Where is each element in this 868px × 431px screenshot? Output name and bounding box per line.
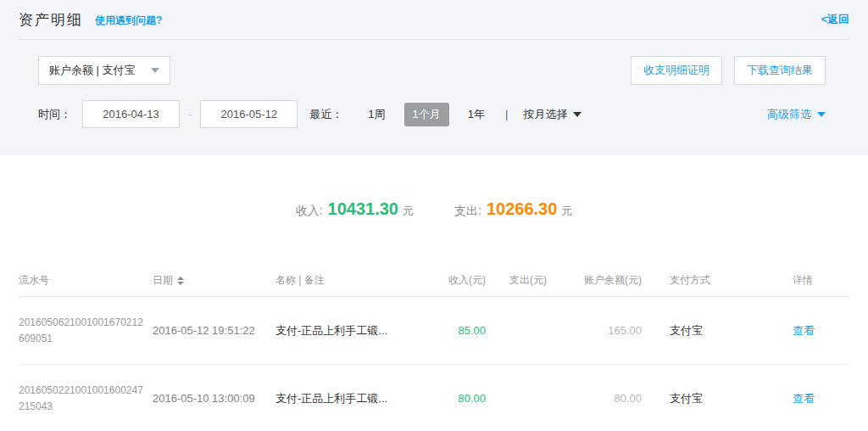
income-amount: 85.00: [433, 324, 486, 337]
account-select[interactable]: 账户余额 | 支付宝: [38, 56, 170, 85]
back-link[interactable]: <返回: [821, 12, 849, 27]
view-detail-link[interactable]: 查看: [793, 323, 849, 339]
income-summary: 收入: 10431.30 元: [296, 199, 414, 219]
month-select-dropdown[interactable]: 按月选择: [523, 107, 581, 122]
download-results-button[interactable]: 下载查询结果: [734, 56, 826, 85]
date-to-input[interactable]: [200, 100, 298, 128]
balance-amount: 165.00: [547, 324, 642, 337]
serial-number: 2016050621001001670212609051: [19, 315, 144, 347]
sort-icon: [177, 277, 184, 285]
options-separator: |: [505, 108, 508, 120]
filter-panel: 资产明细 使用遇到问题? <返回 账户余额 | 支付宝 收支明细证明 下载查询结…: [0, 0, 868, 155]
chevron-down-icon: [817, 112, 826, 117]
summary-bar: 收入: 10431.30 元 支出: 10266.30 元: [0, 155, 868, 219]
expense-label: 支出:: [454, 204, 481, 219]
income-label: 收入:: [296, 204, 323, 219]
account-select-value: 账户余额 | 支付宝: [49, 63, 136, 78]
expense-total: 10266.30: [487, 199, 557, 219]
expense-unit: 元: [561, 204, 572, 219]
table-row: 2016050221001001600247215043 2016-05-10 …: [19, 365, 849, 431]
col-header-date-label: 日期: [153, 273, 173, 288]
time-filter-row: 时间： - 最近： 1周 1个月 1年 | 按月选择 高级筛选: [38, 100, 826, 128]
recent-option-1month[interactable]: 1个月: [404, 103, 449, 126]
page-title: 资产明细: [19, 10, 83, 30]
help-link[interactable]: 使用遇到问题?: [95, 14, 162, 28]
chevron-down-icon: [573, 112, 581, 117]
col-header-expense: 支出(元): [486, 273, 547, 288]
col-header-serial: 流水号: [19, 273, 153, 288]
col-header-date[interactable]: 日期: [153, 273, 275, 288]
date-range-dash: -: [188, 108, 192, 120]
transaction-name: 支付-正品上利手工锻...: [275, 323, 433, 339]
view-detail-link[interactable]: 查看: [793, 391, 849, 406]
transactions-table: 流水号 日期 名称 | 备注 收入(元) 支出(元) 账户余额(元) 支付方式 …: [19, 265, 849, 431]
chevron-down-icon: [151, 68, 159, 73]
income-unit: 元: [403, 204, 414, 219]
col-header-balance: 账户余额(元): [547, 273, 642, 288]
income-amount: 80.00: [433, 392, 486, 405]
col-header-income: 收入(元): [433, 273, 486, 288]
advanced-filter-toggle[interactable]: 高级筛选: [767, 107, 826, 122]
income-total: 10431.30: [328, 199, 398, 219]
page-header: 资产明细 使用遇到问题? <返回: [19, 0, 849, 40]
advanced-filter-label: 高级筛选: [767, 107, 811, 122]
table-row: 2016050621001001670212609051 2016-05-12 …: [19, 297, 849, 365]
month-select-label: 按月选择: [523, 107, 567, 122]
payment-method: 支付宝: [642, 391, 793, 406]
col-header-method: 支付方式: [642, 273, 793, 288]
recent-option-1week[interactable]: 1周: [359, 103, 393, 126]
balance-amount: 80.00: [547, 392, 642, 405]
expense-summary: 支出: 10266.30 元: [454, 199, 572, 219]
payment-method: 支付宝: [642, 323, 793, 339]
transaction-date: 2016-05-12 19:51:22: [153, 324, 275, 337]
time-label: 时间：: [38, 107, 71, 122]
recent-label: 最近：: [309, 107, 342, 122]
col-header-name: 名称 | 备注: [275, 273, 433, 288]
account-filter-row: 账户余额 | 支付宝 收支明细证明 下载查询结果: [38, 56, 826, 85]
statement-certificate-button[interactable]: 收支明细证明: [631, 56, 722, 85]
serial-number: 2016050221001001600247215043: [19, 383, 144, 415]
date-from-input[interactable]: [82, 100, 180, 128]
table-header-row: 流水号 日期 名称 | 备注 收入(元) 支出(元) 账户余额(元) 支付方式 …: [19, 265, 849, 297]
recent-option-1year[interactable]: 1年: [459, 103, 493, 126]
transaction-date: 2016-05-10 13:00:09: [153, 392, 275, 405]
transaction-name: 支付-正品上利手工锻...: [275, 391, 433, 406]
col-header-detail: 详情: [793, 273, 849, 288]
